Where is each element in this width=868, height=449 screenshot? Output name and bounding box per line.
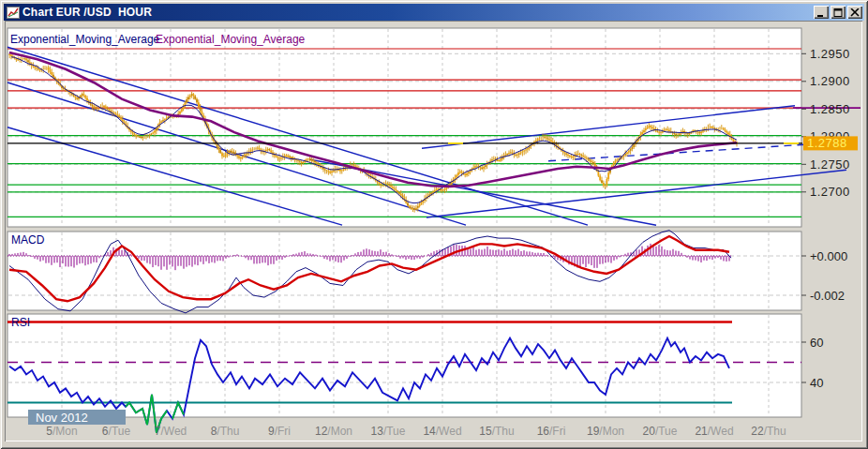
close-button[interactable]	[847, 6, 862, 19]
time-axis-label: 14/Wed	[423, 425, 461, 438]
time-axis-label: 16/Fri	[537, 425, 566, 438]
price-badge-text: 1.2788	[807, 136, 847, 150]
macd-panel-label: MACD	[11, 233, 45, 247]
svg-text:Nov 2012: Nov 2012	[36, 411, 88, 425]
time-axis-label: 21/Wed	[695, 425, 733, 438]
rsi-panel-label: RSI	[11, 316, 30, 329]
price-badge: 1.2788	[803, 136, 858, 150]
chart-canvas: 1.29501.29001.28501.28001.27501.27001.27…	[5, 21, 862, 442]
price-axis-label: 1.2750	[810, 157, 850, 172]
time-axis-label: 12/Mon	[315, 425, 352, 438]
time-axis-label: 6/Tue	[102, 425, 131, 438]
time-axis-label: 19/Mon	[587, 425, 624, 438]
legend-ema-1: Exponential_Moving_Average	[10, 33, 160, 46]
macd-axis-label: +0.000	[810, 249, 847, 263]
app-icon	[7, 7, 20, 19]
time-axis-label: 7/Wed	[155, 425, 187, 438]
window-title: Chart EUR /USD HOUR	[22, 4, 812, 21]
macd-axis-label: -0.002	[810, 289, 845, 303]
time-axis-label: 20/Tue	[643, 425, 678, 438]
price-axis-label: 1.2850	[810, 102, 850, 116]
month-label: Nov 2012	[28, 410, 126, 425]
rsi-axis-label: 40	[810, 376, 823, 390]
price-axis-label: 1.2700	[810, 185, 850, 199]
minimize-button[interactable]	[814, 6, 829, 19]
chart-window: Chart EUR /USD HOUR 1.29501.29001.28501.…	[0, 0, 868, 449]
price-axis-label: 1.2900	[810, 74, 850, 88]
time-axis-label: 8/Thu	[211, 425, 240, 438]
time-axis-label: 9/Fri	[268, 425, 291, 438]
price-axis-label: 1.2950	[810, 47, 850, 61]
chart-client: 1.29501.29001.28501.28001.27501.27001.27…	[5, 21, 862, 442]
legend-ema-2: Exponential_Moving_Average	[156, 33, 306, 46]
time-axis: 5/Mon6/Tue7/Wed8/Thu9/Fri12/Mon13/Tue14/…	[46, 425, 786, 438]
indicator-legend: Exponential_Moving_AverageExponential_Mo…	[10, 33, 306, 46]
time-axis-label: 22/Thu	[751, 425, 786, 438]
price-axis: 1.29501.29001.28501.28001.27501.2700	[801, 47, 850, 200]
maximize-button[interactable]	[831, 6, 846, 19]
time-axis-label: 13/Tue	[371, 425, 406, 438]
titlebar[interactable]: Chart EUR /USD HOUR	[4, 4, 864, 21]
time-axis-label: 15/Thu	[479, 425, 514, 438]
rsi-axis-label: 60	[810, 336, 823, 350]
time-axis-label: 5/Mon	[46, 425, 77, 438]
